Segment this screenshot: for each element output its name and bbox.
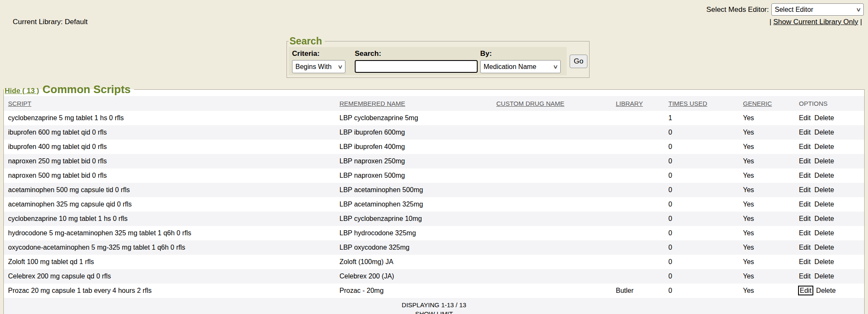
custom-drug-name-cell [492, 154, 612, 168]
edit-link[interactable]: Edit [799, 172, 811, 179]
generic-cell: Yes [739, 140, 795, 154]
meds-editor-select[interactable]: Select Editor ∨ [771, 3, 864, 16]
library-cell [612, 240, 664, 255]
times-used-cell: 0 [664, 226, 739, 240]
custom-drug-name-cell [492, 125, 612, 140]
edit-link[interactable]: Edit [799, 143, 811, 150]
search-input[interactable] [355, 60, 478, 73]
by-cell: Medication Name ∨ [480, 60, 563, 73]
edit-link[interactable]: Edit [799, 186, 811, 193]
library-cell [612, 154, 664, 168]
column-header-generic: GENERIC [739, 96, 795, 111]
delete-link[interactable]: Delete [815, 273, 834, 280]
table-row: ibuprofen 600 mg tablet qid 0 rflsLBP ib… [4, 125, 864, 140]
custom-drug-name-cell [492, 255, 612, 269]
delete-link[interactable]: Delete [815, 143, 834, 150]
times-used-cell: 0 [664, 125, 739, 140]
edit-link[interactable]: Edit [799, 157, 811, 165]
options-cell: EditDelete [795, 154, 864, 168]
column-header-library-link[interactable]: LIBRARY [616, 100, 643, 107]
times-used-cell: 0 [664, 197, 739, 212]
column-header-remembered-name-link[interactable]: REMEMBERED NAME [339, 100, 405, 107]
column-header-times-used: TIMES USED [664, 96, 739, 111]
custom-drug-name-cell [492, 269, 612, 284]
custom-drug-name-cell [492, 168, 612, 183]
edit-link[interactable]: Edit [799, 273, 811, 280]
edit-link[interactable]: Edit [799, 129, 811, 136]
edit-link[interactable]: Edit [799, 244, 811, 251]
generic-cell: Yes [739, 269, 795, 284]
table-row: ibuprofen 400 mg tablet qid 0 rflsLBP ib… [4, 140, 864, 154]
column-header-generic-link[interactable]: GENERIC [743, 100, 772, 107]
show-current-library-link[interactable]: Show Current Library Only [773, 18, 858, 26]
script-cell: Prozac 20 mg capsule 1 tab every 4 hours… [4, 284, 335, 298]
remembered-name-cell: LBP oxycodone 325mg [335, 240, 492, 255]
show-limit-link[interactable]: SHOW LIMIT [415, 310, 453, 314]
options-cell: EditDelete [795, 168, 864, 183]
criteria-select[interactable]: Begins With ∨ [292, 60, 345, 73]
table-header-row: SCRIPTREMEMBERED NAMECUSTOM DRUG NAMELIB… [4, 96, 864, 111]
edit-link[interactable]: Edit [799, 114, 811, 121]
generic-cell: Yes [739, 255, 795, 269]
column-header-custom-drug-name-link[interactable]: CUSTOM DRUG NAME [496, 100, 565, 107]
delete-link[interactable]: Delete [815, 229, 834, 237]
search-legend: Search [289, 36, 325, 47]
library-cell: Butler [612, 284, 664, 298]
custom-drug-name-cell [492, 197, 612, 212]
search-fieldset: Search Criteria: Search: By: Begins With… [287, 36, 590, 78]
script-cell: Celebrex 200 mg capsule qd 0 rfls [4, 269, 335, 284]
delete-link[interactable]: Delete [815, 129, 834, 136]
edit-link[interactable]: Edit [799, 215, 811, 222]
options-cell: EditDelete [795, 226, 864, 240]
by-select[interactable]: Medication Name ∨ [480, 60, 561, 73]
library-cell [612, 111, 664, 125]
custom-drug-name-cell [492, 284, 612, 298]
generic-cell: Yes [739, 111, 795, 125]
script-cell: ibuprofen 400 mg tablet qid 0 rfls [4, 140, 335, 154]
edit-link[interactable]: Edit [799, 229, 811, 237]
script-cell: hydrocodone 5 mg-acetaminophen 325 mg ta… [4, 226, 335, 240]
script-cell: Zoloft 100 mg tablet qd 1 rfls [4, 255, 335, 269]
table-row: naproxen 250 mg tablet bid 0 rflsLBP nap… [4, 154, 864, 168]
common-scripts-title: Common Scripts [42, 83, 131, 96]
times-used-cell: 0 [664, 154, 739, 168]
delete-link[interactable]: Delete [815, 172, 834, 179]
generic-cell: Yes [739, 240, 795, 255]
delete-link[interactable]: Delete [815, 186, 834, 193]
generic-cell: Yes [739, 197, 795, 212]
options-cell: EditDelete [795, 240, 864, 255]
generic-cell: Yes [739, 154, 795, 168]
column-header-options: OPTIONS [795, 96, 864, 111]
delete-link[interactable]: Delete [815, 215, 834, 222]
displaying-text: DISPLAYING 1-13 / 13 [4, 300, 864, 310]
column-header-times-used-link[interactable]: TIMES USED [668, 100, 707, 107]
delete-link[interactable]: Delete [815, 157, 834, 165]
remembered-name-cell: Celebrex 200 (JA) [335, 269, 492, 284]
separator: | [860, 18, 862, 26]
delete-link[interactable]: Delete [815, 114, 834, 121]
search-inputs-row: Begins With ∨ Medication Name ∨ [292, 60, 563, 73]
column-header-script-link[interactable]: SCRIPT [8, 100, 31, 107]
table-row: Prozac 20 mg capsule 1 tab every 4 hours… [4, 284, 864, 298]
delete-link[interactable]: Delete [815, 244, 834, 251]
go-button[interactable]: Go [570, 55, 587, 68]
library-cell [612, 269, 664, 284]
delete-link[interactable]: Delete [815, 258, 834, 265]
meds-editor-row: Select Meds Editor: Select Editor ∨ [707, 3, 864, 16]
delete-link[interactable]: Delete [815, 201, 834, 208]
edit-link[interactable]: Edit [799, 286, 812, 295]
remembered-name-cell: LBP hydrocodone 325mg [335, 226, 492, 240]
edit-link[interactable]: Edit [799, 201, 811, 208]
edit-link[interactable]: Edit [799, 258, 811, 265]
script-cell: naproxen 500 mg tablet bid 0 rfls [4, 168, 335, 183]
common-scripts-legend: Hide ( 13 )Common Scripts [4, 83, 134, 96]
custom-drug-name-cell [492, 240, 612, 255]
table-row: hydrocodone 5 mg-acetaminophen 325 mg ta… [4, 226, 864, 240]
library-cell [612, 197, 664, 212]
hide-link[interactable]: Hide ( 13 ) [5, 87, 39, 95]
table-footer: DISPLAYING 1-13 / 13 SHOW LIMIT [4, 298, 864, 314]
current-library-label: Current Library: Default [13, 18, 88, 26]
delete-link[interactable]: Delete [816, 287, 836, 294]
options-cell: EditDelete [795, 183, 864, 197]
meds-editor-label: Select Meds Editor: [707, 6, 769, 14]
